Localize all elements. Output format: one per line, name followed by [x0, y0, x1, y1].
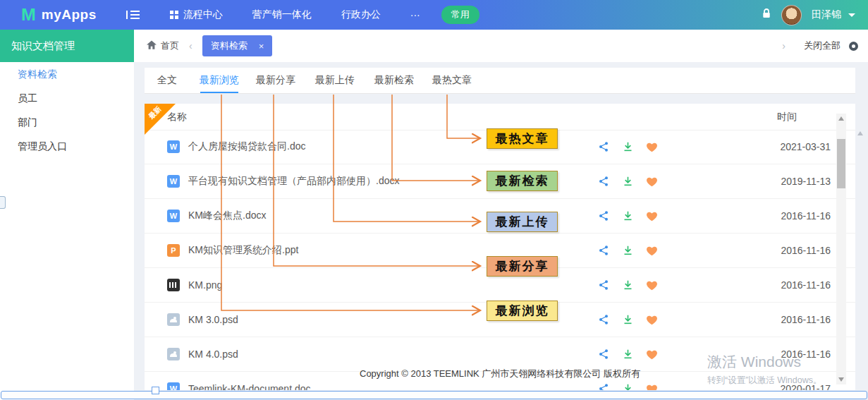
module-title: 知识文档管理: [0, 30, 134, 62]
close-all-button[interactable]: 关闭全部: [804, 40, 841, 52]
navbar-menu-item[interactable]: 流程中心: [170, 8, 223, 21]
file-name[interactable]: 个人房屋按揭贷款合同.doc: [188, 140, 305, 153]
share-icon[interactable]: [597, 279, 610, 291]
share-icon[interactable]: [597, 382, 610, 390]
filter-tab[interactable]: 最新分享: [256, 68, 295, 94]
filter-tab[interactable]: 最热文章: [432, 68, 472, 94]
download-icon[interactable]: [621, 382, 634, 390]
filter-tab[interactable]: 最新检索: [374, 68, 414, 94]
row-actions: [597, 244, 658, 257]
download-icon[interactable]: [621, 210, 634, 222]
navbar-menu-label: 行政办公: [341, 8, 381, 21]
favorite-icon[interactable]: [645, 244, 658, 257]
navbar-menu-label: ···: [410, 9, 420, 20]
sidebar-collapse-handle[interactable]: [0, 196, 6, 209]
filter-tab[interactable]: 全文: [157, 68, 177, 94]
file-name[interactable]: KM 4.0.psd: [188, 349, 238, 360]
favorite-icon[interactable]: [645, 382, 658, 390]
scroll-down-icon[interactable]: [838, 377, 844, 382]
sidebar-item-active[interactable]: 资料检索: [0, 62, 134, 86]
sidebar-item-default[interactable]: 管理员入口: [0, 134, 134, 158]
favorite-icon[interactable]: [645, 313, 658, 326]
file-name[interactable]: KM.png: [188, 279, 222, 291]
filter-tabs: 全文最新浏览最新分享最新上传最新检索最热文章: [145, 68, 855, 94]
column-header-time: 时间: [777, 104, 797, 130]
caret-down-icon[interactable]: [848, 13, 855, 17]
scrollbar-thumb[interactable]: [837, 139, 845, 188]
navbar-menu-item[interactable]: 行政办公: [341, 8, 381, 21]
file-type-icon: W: [167, 140, 180, 153]
row-actions: [597, 313, 658, 326]
window-tabbar: 首页 ‹ 资料检索 × › 关闭全部: [134, 30, 868, 62]
home-icon: [147, 40, 157, 51]
tab-scroll-left[interactable]: ‹: [189, 40, 192, 51]
download-icon[interactable]: [621, 279, 634, 291]
avatar[interactable]: [781, 5, 802, 25]
navbar-menu-item[interactable]: ···: [410, 9, 420, 20]
page-scroll-up-icon[interactable]: [857, 131, 863, 135]
share-icon[interactable]: [597, 244, 610, 257]
download-icon[interactable]: [621, 244, 634, 257]
close-tab-icon[interactable]: ×: [259, 41, 264, 51]
lock-icon[interactable]: [762, 8, 771, 22]
logo-text: myApps: [42, 7, 97, 23]
logo-m-icon: M: [21, 7, 36, 23]
navbar-menu-label: 营产销一体化: [252, 8, 312, 21]
filter-tab[interactable]: 最新浏览: [200, 68, 239, 94]
home-label: 首页: [161, 40, 179, 52]
filter-tab[interactable]: 最新上传: [315, 68, 355, 94]
navbar-menu-label: 流程中心: [183, 8, 223, 21]
row-actions: [597, 279, 658, 291]
download-icon[interactable]: [621, 140, 634, 153]
file-name[interactable]: Teemlink-KM-document.doc: [188, 383, 311, 390]
tabbar-right: › 关闭全部: [772, 40, 858, 52]
copyright-text: Copyright © 2013 TEEMLINK 广州市天翎网络科技有限公司 …: [145, 368, 855, 380]
annotation-label: 最新上传: [487, 212, 558, 232]
new-ribbon: 最新: [145, 104, 176, 135]
share-icon[interactable]: [597, 210, 610, 222]
share-icon[interactable]: [597, 348, 610, 360]
file-name[interactable]: KM知识管理系统介绍.ppt: [188, 244, 298, 257]
username[interactable]: 田泽锦: [812, 8, 841, 21]
file-type-icon: [167, 348, 180, 360]
app-logo[interactable]: M myApps: [21, 6, 97, 24]
row-actions: [597, 175, 658, 188]
file-name[interactable]: KM峰会焦点.docx: [188, 210, 266, 222]
hscrollbar-thumb[interactable]: [152, 387, 159, 394]
table-row[interactable]: KM 4.0.psd 2016-11-16: [145, 337, 855, 372]
favorite-icon[interactable]: [645, 348, 658, 360]
menu-toggle-icon[interactable]: [126, 9, 140, 20]
favorite-icon[interactable]: [645, 279, 658, 291]
quick-access-badge[interactable]: 常用: [441, 6, 479, 24]
share-icon[interactable]: [597, 140, 610, 153]
annotation-label: 最新浏览: [487, 301, 558, 321]
tab-settings-icon[interactable]: [849, 42, 858, 51]
file-date: 2016-11-16: [781, 279, 831, 291]
table-scrollbar[interactable]: [836, 114, 846, 384]
file-date: 2016-11-16: [781, 314, 831, 325]
active-window-tab[interactable]: 资料检索 ×: [202, 35, 273, 56]
row-actions: [597, 210, 658, 222]
file-name[interactable]: 平台现有知识文档管理（产品部内部使用）.docx: [188, 175, 399, 188]
grid-icon: [170, 11, 178, 19]
annotation-label: 最新检索: [487, 171, 558, 191]
file-type-icon: W: [167, 175, 180, 188]
share-icon[interactable]: [597, 175, 610, 188]
file-name[interactable]: KM 3.0.psd: [188, 314, 238, 325]
tab-scroll-right[interactable]: ›: [782, 40, 786, 51]
favorite-icon[interactable]: [645, 175, 658, 188]
favorite-icon[interactable]: [645, 210, 658, 222]
favorite-icon[interactable]: [645, 140, 658, 153]
home-tab[interactable]: 首页: [147, 40, 179, 52]
sidebar-item-default[interactable]: 员工: [0, 86, 134, 110]
navbar-right: 田泽锦: [762, 5, 855, 25]
file-date: 2019-11-13: [781, 176, 831, 187]
download-icon[interactable]: [621, 313, 634, 326]
horizontal-scrollbar[interactable]: [1, 391, 867, 399]
download-icon[interactable]: [621, 175, 634, 188]
download-icon[interactable]: [621, 348, 634, 360]
scroll-up-icon[interactable]: [838, 116, 844, 121]
share-icon[interactable]: [597, 313, 610, 326]
sidebar-item-default[interactable]: 部门: [0, 110, 134, 134]
navbar-menu-item[interactable]: 营产销一体化: [252, 8, 312, 21]
